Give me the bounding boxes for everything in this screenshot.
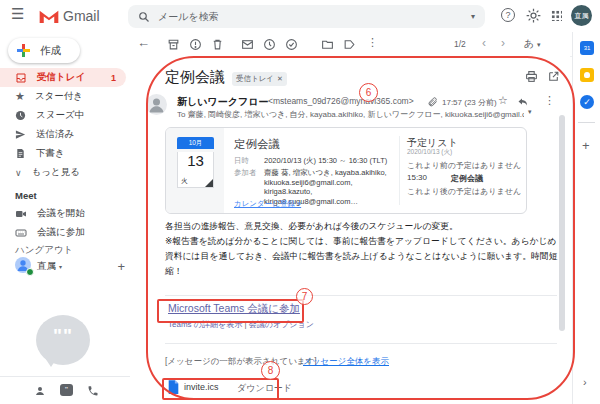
keyboard-icon (15, 227, 27, 239)
calendar-panel-icon[interactable]: 31 (579, 40, 595, 56)
recipients-line[interactable]: To 齋藤, 岡崎俊彦, 増家いつき, 自分, kayaba.akihiko, … (177, 109, 524, 120)
account-avatar[interactable]: 直属 (571, 5, 592, 26)
sidebar-item-starred[interactable]: ★ スター付き (0, 87, 126, 106)
sender-email: <msteams_09d726@mynavi365.com> (268, 96, 414, 106)
help-icon[interactable]: ? (501, 8, 515, 22)
annotation-number-8: 8 (261, 361, 280, 380)
sidebar-item-inbox[interactable]: 受信トレイ 1 (0, 68, 126, 87)
date-day: 13 (178, 152, 213, 169)
sidebar-item-label: 下書き (36, 147, 65, 160)
tasks-panel-icon[interactable]: ✓ (579, 94, 595, 110)
hangouts-tab-icon[interactable]: " (60, 384, 73, 396)
new-chat-plus-icon[interactable]: + (117, 259, 125, 274)
hangouts-user-name: 直属 (37, 260, 56, 273)
annotation-number-7: 7 (296, 288, 313, 305)
older-chevron-icon[interactable]: › (501, 36, 505, 50)
sidebar-item-start-meeting[interactable]: 会議を開始 (0, 204, 126, 223)
sidebar-item-label: 送信済み (36, 128, 74, 141)
inbox-label-chip[interactable]: 受信トレイ ✕ (232, 72, 287, 86)
hamburger-menu-icon[interactable]: ☰ (11, 5, 24, 23)
attachment-download-link[interactable]: ダウンロード (237, 382, 292, 395)
sidebar-item-snoozed[interactable]: スヌーズ中 (0, 106, 126, 125)
delete-icon[interactable] (211, 38, 224, 51)
rail-divider (578, 122, 595, 123)
divider (165, 343, 557, 344)
newer-chevron-icon[interactable]: ‹ (482, 36, 486, 50)
settings-gear-icon[interactable] (526, 8, 541, 23)
sidebar-item-drafts[interactable]: 下書き (0, 144, 126, 163)
phone-call-icon[interactable] (87, 385, 99, 397)
chevron-down-icon: ∨ (15, 168, 22, 178)
presence-dot (26, 268, 34, 276)
agenda-after-text: これより後の予定はありません (407, 186, 526, 197)
keep-panel-icon[interactable] (579, 67, 595, 83)
sidebar-item-join-meeting[interactable]: 会議に参加 (0, 223, 126, 242)
snooze-icon[interactable] (263, 38, 276, 51)
compose-button[interactable]: 作成 (8, 38, 80, 63)
card-divider (399, 136, 400, 205)
pagination-label: 1/2 (454, 39, 466, 49)
labels-icon[interactable] (343, 38, 356, 51)
teams-secondary-links: Teams の詳細を表示 | 会議のオプション (168, 319, 314, 330)
scrollbar[interactable] (559, 115, 565, 331)
sidebar-item-sent[interactable]: 送信済み (0, 125, 126, 144)
teams-join-link[interactable]: Microsoft Teams 会議に参加 (168, 302, 300, 316)
star-icon: ★ (15, 90, 25, 103)
reply-icon[interactable] (517, 96, 529, 108)
agenda-date: 2020/10/13 (火) (407, 148, 452, 157)
search-bar[interactable]: メールを検索 ▾ (128, 5, 485, 28)
search-options-caret-icon[interactable]: ▾ (471, 12, 475, 21)
star-message-icon[interactable]: ☆ (498, 94, 508, 107)
mark-unread-icon[interactable] (241, 38, 254, 51)
meeting-options-link[interactable]: 会議のオプション (249, 320, 314, 329)
email-subject: 定例会議 (165, 68, 225, 87)
input-tools-button[interactable]: あ ▾ (524, 37, 541, 51)
meeting-invite-card: 10月 13 火 定例会議 日時 2020/10/13 (火) 15:30 ～ … (165, 127, 527, 214)
open-in-new-icon[interactable] (547, 70, 560, 83)
hangouts-user-row[interactable]: 直属 ▾ + (15, 257, 125, 275)
datetime-label: 日時 (234, 156, 249, 166)
contacts-person-icon[interactable] (34, 385, 46, 397)
agenda-item-time: 15:30 (407, 173, 427, 182)
inbox-count: 1 (111, 73, 116, 83)
add-to-tasks-icon[interactable] (285, 38, 298, 51)
reading-pane: 定例会議 受信トレイ ✕ 新しいワークフロー <msteams_09d726@m… (130, 56, 570, 404)
apps-grid-icon[interactable] (551, 10, 562, 21)
sidebar-item-label: スター付き (35, 90, 83, 103)
gmail-logo-icon (38, 8, 60, 24)
report-spam-icon[interactable] (189, 38, 202, 51)
attachment-file-icon (168, 380, 179, 394)
move-to-icon[interactable] (321, 38, 334, 51)
chip-remove-icon[interactable]: ✕ (277, 75, 283, 83)
print-icon[interactable] (525, 70, 538, 83)
annotation-number-6: 6 (359, 83, 378, 102)
sidebar-item-label: もっと見る (32, 166, 80, 179)
recipients-caret-icon[interactable]: ▾ (528, 108, 532, 116)
user-caret-icon: ▾ (59, 263, 62, 270)
add-to-calendar-link[interactable]: カレンダーに登録 » (234, 199, 301, 209)
app-header: ☰ Gmail メールを検索 ▾ ? 直属 (0, 0, 600, 32)
more-options-icon[interactable]: ⋮ (367, 36, 378, 49)
teams-details-link[interactable]: Teams の詳細を表示 (168, 320, 242, 329)
input-tools-label: あ (524, 38, 534, 49)
sidebar-item-more[interactable]: ∨ もっと見る (0, 163, 126, 182)
email-body-paragraph: ※報告書を読めば分かることに関しては、事前に報告書をアップロードしてください。あ… (165, 234, 558, 279)
collapse-panel-chevron-icon[interactable]: › (583, 376, 587, 388)
recipients-text: To 齋藤, 岡崎俊彦, 増家いつき, 自分, kayaba.akihiko, … (177, 110, 524, 119)
sender-avatar[interactable] (146, 94, 167, 115)
card-event-title: 定例会議 (234, 137, 280, 152)
message-more-icon[interactable]: ⋮ (544, 94, 555, 107)
back-icon[interactable]: ← (137, 35, 150, 50)
compose-plus-icon (17, 44, 30, 57)
archive-icon[interactable] (167, 38, 180, 51)
attachment-name[interactable]: invite.ics (184, 382, 219, 392)
show-full-message-link[interactable]: メッセージ全体を表示 (303, 356, 389, 368)
mail-toolbar: ← ⋮ 1/2 ‹ › あ ▾ (130, 32, 600, 57)
gmail-logo-text: Gmail (63, 8, 100, 24)
chip-label: 受信トレイ (236, 74, 274, 84)
video-camera-icon (15, 208, 27, 220)
search-input[interactable]: メールを検索 (158, 10, 471, 24)
add-addon-plus-icon[interactable]: + (582, 138, 590, 153)
hangouts-section-title: ハングアウト (15, 244, 73, 257)
side-panel-rail: 31 ✓ + › (572, 32, 600, 404)
